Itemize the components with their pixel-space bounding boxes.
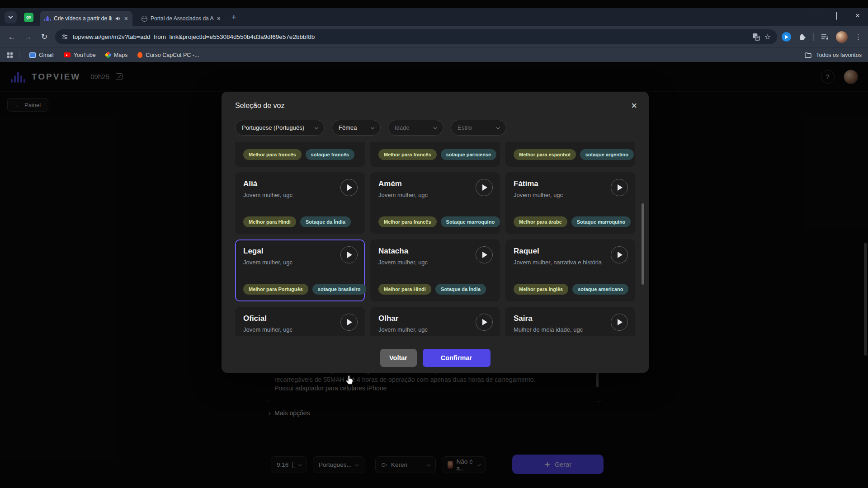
voice-name: Olhar: [378, 314, 492, 323]
bookmarks-divider: [800, 52, 800, 58]
voice-tag: Melhor para francês: [243, 149, 302, 160]
bookmarks-bar: Gmail YouTube Maps Curso CapCut PC -... …: [0, 47, 868, 62]
voice-desc: Jovem mulher, ugc: [243, 259, 357, 266]
bookmark-capcut[interactable]: Curso CapCut PC -...: [137, 52, 199, 58]
pinned-tab-go[interactable]: go: [24, 13, 33, 22]
reading-list-icon[interactable]: [821, 33, 829, 40]
bookmark-star-icon[interactable]: ☆: [764, 33, 771, 41]
globe-favicon-icon: [142, 16, 147, 22]
voice-tag: Sotaque marroquino: [441, 216, 500, 227]
voice-card[interactable]: Melhor para francêssotaque parisiense: [370, 142, 500, 167]
voice-tag: sotaque argentino: [580, 149, 634, 160]
play-voice-button[interactable]: [340, 179, 358, 196]
page-content: TOPVIEW 09h25 ? ← Painel Transmissor e R…: [0, 62, 868, 488]
voice-card-fatima[interactable]: Fátima Jovem mulher, ugc Melhor para ára…: [505, 172, 635, 234]
voice-tag: Sotaque marroquino: [571, 216, 631, 227]
voice-card-natacha[interactable]: Natacha Jovem mulher, ugc Melhor para Hi…: [370, 239, 500, 301]
voice-grid-scrollbar[interactable]: [642, 203, 644, 285]
play-voice-button[interactable]: [476, 179, 493, 196]
forward-button[interactable]: →: [20, 33, 36, 42]
all-favorites-label: Todos os favoritos: [816, 52, 862, 58]
restore-icon: [836, 12, 837, 20]
apps-grid-icon[interactable]: [7, 52, 13, 58]
voice-tag: Sotaque da Índia: [300, 216, 351, 227]
voice-card[interactable]: Melhor para francêssotaque francês: [235, 142, 365, 167]
folder-icon: [805, 52, 811, 58]
gender-filter[interactable]: Fêmea: [332, 120, 381, 136]
topview-favicon-icon: [44, 16, 51, 21]
voice-card-olhar[interactable]: Olhar Jovem mulher, ugc: [370, 307, 500, 336]
voice-grid[interactable]: Melhor para francêssotaque francês Melho…: [235, 142, 635, 336]
url-text[interactable]: topview.ai/gen/m2v?tab=add_from_link&pro…: [73, 33, 748, 40]
play-voice-button[interactable]: [340, 314, 358, 331]
voice-card-alia[interactable]: Aliá Jovem mulher, ugc Melhor para Hindi…: [235, 172, 365, 234]
style-filter[interactable]: Estilo: [451, 120, 506, 136]
language-filter[interactable]: Portuguese (Português): [235, 120, 325, 136]
voice-desc: Jovem mulher, ugc: [378, 192, 492, 198]
minimize-button[interactable]: −: [806, 12, 826, 19]
tab-search-button[interactable]: [5, 11, 17, 23]
reload-button[interactable]: ↻: [36, 32, 52, 42]
voice-card-saira[interactable]: Saira Mulher de meia idade, ugc: [505, 307, 635, 336]
close-dialog-icon[interactable]: ×: [631, 101, 637, 111]
profile-avatar[interactable]: [836, 31, 848, 43]
tab-title: Crie vídeos a partir de links: [54, 15, 112, 22]
play-icon: [482, 319, 487, 325]
translate-icon[interactable]: [752, 33, 760, 41]
new-tab-button[interactable]: +: [231, 13, 236, 22]
voice-card[interactable]: Melhor para espanholsotaque argentino: [505, 142, 635, 167]
tab-active[interactable]: Crie vídeos a partir de links ×: [40, 11, 132, 26]
close-window-button[interactable]: ×: [847, 11, 868, 20]
voice-name: Natacha: [378, 247, 492, 256]
filter-value: Estilo: [458, 124, 472, 131]
play-voice-button[interactable]: [476, 314, 493, 331]
play-icon: [347, 252, 352, 258]
toolbar-extensions-area: ⋮: [782, 31, 868, 43]
voice-card-oficial[interactable]: Oficial Jovem mulher, ugc: [235, 307, 365, 336]
tab-bar: go Crie vídeos a partir de links × Porta…: [0, 8, 868, 26]
voice-tag: Melhor para francês: [378, 149, 437, 160]
voice-name: Saira: [514, 314, 627, 323]
voice-card-legal-selected[interactable]: Legal Jovem mulher, ugc Melhor para Port…: [235, 239, 365, 301]
mouse-cursor: [345, 375, 355, 385]
back-button-modal[interactable]: Voltar: [380, 349, 417, 367]
voice-desc: Jovem mulher, ugc: [378, 326, 492, 333]
close-tab-icon[interactable]: ×: [124, 15, 128, 22]
voice-tag: Melhor para espanhol: [514, 149, 576, 160]
audio-speaker-icon[interactable]: [115, 15, 121, 22]
bookmark-gmail[interactable]: Gmail: [29, 52, 54, 58]
bookmark-label: Curso CapCut PC -...: [146, 52, 199, 58]
site-settings-icon[interactable]: [61, 33, 68, 40]
bookmark-label: Maps: [114, 52, 128, 58]
age-filter[interactable]: Idade: [388, 120, 443, 136]
play-voice-button[interactable]: [340, 246, 358, 263]
address-bar[interactable]: topview.ai/gen/m2v?tab=add_from_link&pro…: [55, 29, 777, 44]
voice-name: Legal: [243, 247, 357, 256]
back-button[interactable]: ←: [4, 33, 20, 42]
voice-card-raquel[interactable]: Raquel Jovem mulher, narrativa e históri…: [505, 239, 635, 301]
chevron-down-icon: [9, 14, 13, 19]
play-voice-button[interactable]: [476, 246, 493, 263]
close-tab-icon[interactable]: ×: [217, 15, 221, 22]
play-icon: [618, 319, 623, 325]
voice-tag: Melhor para Hindi: [378, 284, 431, 295]
browser-toolbar: ← → ↻ topview.ai/gen/m2v?tab=add_from_li…: [0, 26, 868, 47]
bookmark-maps[interactable]: Maps: [106, 52, 128, 58]
extensions-puzzle-icon[interactable]: [798, 33, 806, 41]
play-icon: [618, 252, 623, 258]
voice-desc: Jovem mulher, ugc: [243, 192, 357, 198]
voice-card-amem[interactable]: Amém Jovem mulher, ugc Melhor para franc…: [370, 172, 500, 234]
chevron-down-icon: [315, 125, 318, 129]
all-favorites-button[interactable]: Todos os favoritos: [800, 48, 862, 62]
play-voice-button[interactable]: [611, 179, 628, 196]
confirm-button[interactable]: Confirmar: [423, 349, 491, 367]
play-voice-button[interactable]: [611, 314, 628, 331]
restore-button[interactable]: [826, 12, 847, 19]
voice-desc: Mulher de meia idade, ugc: [514, 326, 627, 333]
video-extension-icon[interactable]: [782, 32, 791, 42]
tab-inactive[interactable]: Portal de Associados da Amazo ×: [137, 11, 225, 26]
browser-menu-icon[interactable]: ⋮: [855, 33, 862, 41]
play-voice-button[interactable]: [611, 246, 628, 263]
bookmark-youtube[interactable]: YouTube: [64, 52, 96, 58]
voice-tag: Melhor para árabe: [514, 216, 567, 227]
